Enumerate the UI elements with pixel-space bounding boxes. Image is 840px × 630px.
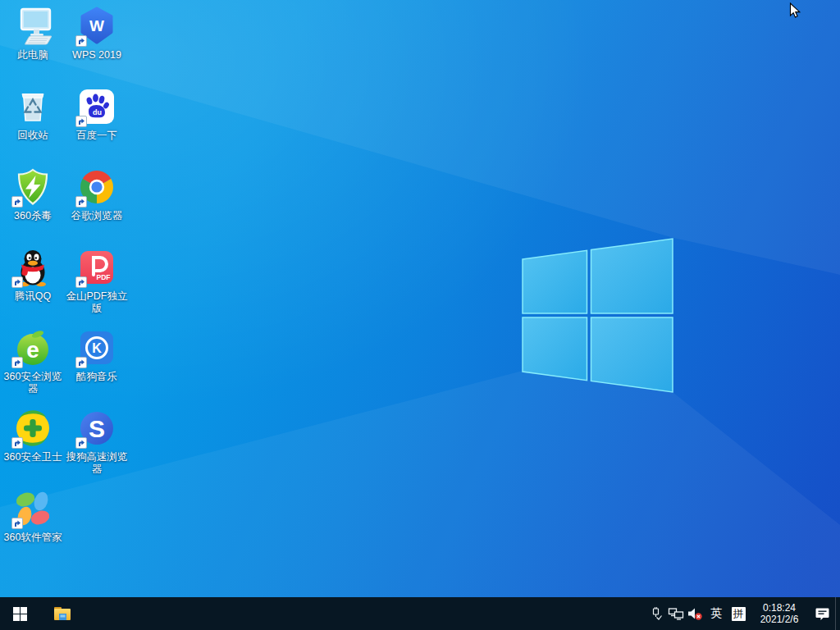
desktop-icon-label: 酷狗音乐 bbox=[76, 371, 117, 383]
baidu-paw-icon: du bbox=[77, 87, 116, 126]
svg-text:S: S bbox=[89, 415, 105, 442]
ime-pinyin-badge: 拼 bbox=[732, 607, 746, 621]
desktop-icon-label: 百度一下 bbox=[76, 130, 117, 142]
shortcut-arrow-icon bbox=[75, 357, 87, 368]
shortcut-arrow-icon bbox=[11, 437, 23, 449]
desktop-icon-label: 金山PDF独立版 bbox=[66, 290, 128, 315]
windows-start-icon bbox=[13, 607, 27, 621]
svg-text:e: e bbox=[26, 337, 39, 363]
desktop-icon-label: 360软件管家 bbox=[4, 532, 62, 544]
desktop-icon-label: 360安全浏览器 bbox=[2, 371, 64, 395]
ime-pinyin-indicator[interactable]: 拼 bbox=[727, 597, 750, 630]
green-e-browser-icon: e bbox=[13, 328, 52, 368]
wps-hexagon-icon: W bbox=[77, 7, 116, 46]
shortcut-arrow-icon bbox=[75, 437, 87, 449]
desktop-icon-label: 360杀毒 bbox=[14, 210, 52, 222]
shortcut-arrow-icon bbox=[11, 518, 23, 529]
desktop-icon-360-browser[interactable]: e 360安全浏览器 bbox=[2, 328, 64, 395]
shortcut-arrow-icon bbox=[11, 196, 23, 208]
shortcut-arrow-icon bbox=[75, 196, 87, 208]
shield-lightning-icon bbox=[13, 167, 52, 207]
svg-text:du: du bbox=[93, 108, 102, 116]
ime-language-indicator[interactable]: 英 bbox=[705, 597, 727, 630]
desktop-icon-label: 此电脑 bbox=[17, 49, 48, 62]
svg-text:W: W bbox=[89, 17, 104, 34]
desktop-icon-grid: 此电脑 W WPS 2019 bbox=[2, 0, 133, 597]
desktop-icon-chrome[interactable]: 谷歌浏览器 bbox=[66, 167, 128, 222]
system-tray: 英 拼 0:18:24 2021/2/6 bbox=[646, 597, 840, 630]
shortcut-arrow-icon bbox=[75, 35, 87, 47]
desktop-icon-recycle-bin[interactable]: 回收站 bbox=[2, 87, 64, 142]
desktop-icon-360-software-manager[interactable]: 360软件管家 bbox=[2, 489, 64, 544]
action-center-icon bbox=[815, 606, 830, 622]
desktop-icon-label: 搜狗高速浏览器 bbox=[66, 451, 128, 476]
desktop-icon-label: 360安全卫士 bbox=[4, 451, 62, 463]
pdf-icon: PDF bbox=[77, 248, 116, 287]
svg-text:PDF: PDF bbox=[97, 273, 111, 281]
sogou-s-icon: S bbox=[77, 409, 116, 448]
desktop-icon-360-safeguard[interactable]: 360安全卫士 bbox=[2, 409, 64, 463]
desktop-icon-wps-2019[interactable]: W WPS 2019 bbox=[66, 7, 128, 62]
clock-time: 0:18:24 bbox=[763, 602, 796, 614]
recycle-bin-icon bbox=[13, 87, 52, 126]
desktop-icon-sogou-browser[interactable]: S 搜狗高速浏览器 bbox=[66, 409, 128, 476]
desktop-icon-kugou-music[interactable]: K 酷狗音乐 bbox=[66, 328, 128, 383]
green-plus-icon bbox=[13, 409, 52, 448]
desktop-icon-baidu[interactable]: du 百度一下 bbox=[66, 87, 128, 142]
chrome-icon bbox=[77, 167, 116, 207]
show-desktop-button[interactable] bbox=[835, 597, 840, 630]
clock-date: 2021/2/6 bbox=[760, 614, 799, 625]
kugou-k-icon: K bbox=[77, 328, 116, 368]
desktop-icon-360-antivirus[interactable]: 360杀毒 bbox=[2, 167, 64, 222]
desktop-icon-label: 回收站 bbox=[17, 130, 48, 142]
shortcut-arrow-icon bbox=[11, 276, 23, 288]
volume-muted-tray-icon[interactable] bbox=[686, 597, 705, 630]
file-explorer-icon bbox=[52, 604, 72, 623]
usb-tray-icon[interactable] bbox=[646, 597, 666, 630]
qq-penguin-icon bbox=[13, 248, 52, 287]
four-petals-icon bbox=[13, 489, 52, 528]
taskbar: 英 拼 0:18:24 2021/2/6 bbox=[0, 597, 840, 630]
clock[interactable]: 0:18:24 2021/2/6 bbox=[750, 597, 809, 630]
desktop-icon-label: 谷歌浏览器 bbox=[71, 210, 123, 222]
action-center-button[interactable] bbox=[809, 597, 835, 630]
desktop-icon-tencent-qq[interactable]: 腾讯QQ bbox=[2, 248, 64, 303]
windows-logo bbox=[517, 233, 678, 399]
desktop-icon-kingsoft-pdf[interactable]: PDF 金山PDF独立版 bbox=[66, 248, 128, 315]
network-tray-icon[interactable] bbox=[666, 597, 686, 630]
start-button[interactable] bbox=[0, 597, 39, 630]
desktop-icon-this-pc[interactable]: 此电脑 bbox=[2, 7, 64, 62]
shortcut-arrow-icon bbox=[75, 276, 87, 288]
shortcut-arrow-icon bbox=[11, 357, 23, 368]
shortcut-arrow-icon bbox=[75, 116, 87, 127]
desktop-icon-label: WPS 2019 bbox=[72, 49, 121, 62]
desktop-icon-label: 腾讯QQ bbox=[15, 290, 51, 303]
computer-icon bbox=[13, 7, 52, 46]
file-explorer-button[interactable] bbox=[43, 597, 82, 630]
svg-text:K: K bbox=[92, 341, 102, 355]
